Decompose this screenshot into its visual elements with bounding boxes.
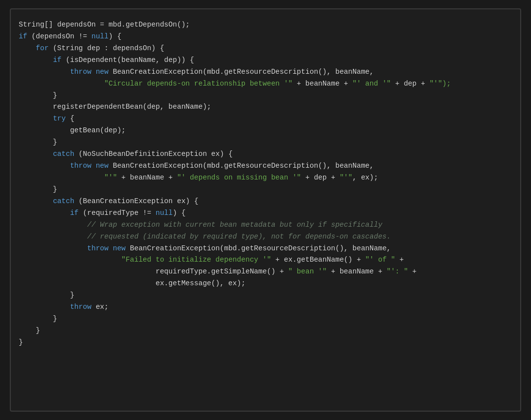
code-content: String[] dependsOn = mbd.getDependsOn();… [19, 19, 512, 349]
code-window: String[] dependsOn = mbd.getDependsOn();… [10, 8, 521, 412]
